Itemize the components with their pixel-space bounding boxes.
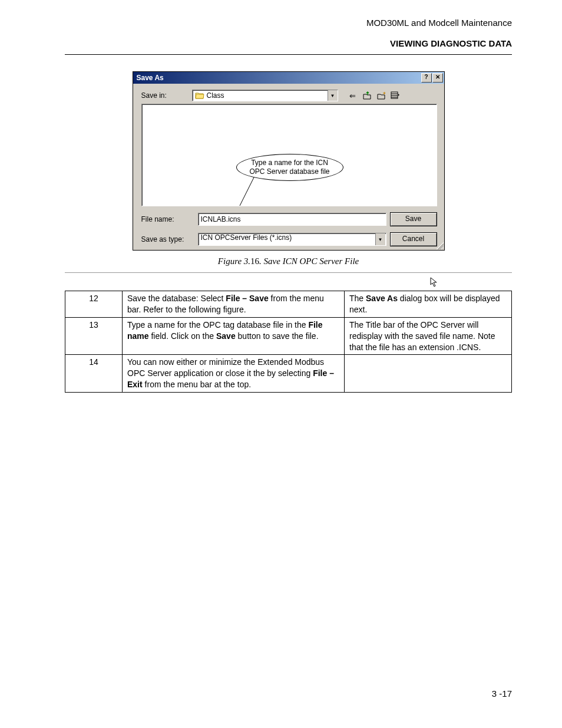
page-number: 3 -17 xyxy=(492,689,512,699)
step-action: You can now either or minimize the Exten… xyxy=(123,355,345,393)
table-row: 13Type a name for the OPC tag database f… xyxy=(65,317,512,355)
file-name-label: File name: xyxy=(141,215,187,223)
save-in-value: Class xyxy=(207,91,224,100)
steps-table: 12Save the database: Select File – Save … xyxy=(65,291,512,393)
step-result xyxy=(345,355,512,393)
figure-rule xyxy=(65,272,512,273)
titlebar: Save As ? ✕ xyxy=(133,72,444,84)
dropdown-icon[interactable]: ▼ xyxy=(375,233,385,245)
header-rule xyxy=(65,54,512,55)
save-as-type-combo[interactable]: ICN OPCServer Files (*.icns) ▼ xyxy=(198,233,386,246)
save-button[interactable]: Save xyxy=(390,212,437,226)
step-number: 14 xyxy=(65,355,123,393)
step-number: 12 xyxy=(65,291,123,318)
new-folder-icon[interactable]: ✶ xyxy=(376,90,386,101)
save-as-dialog: Save As ? ✕ Save in: xyxy=(133,71,445,251)
figure-caption: Figure 3.16. Save ICN OPC Server File xyxy=(65,256,512,266)
step-action: Save the database: Select File – Save fr… xyxy=(123,291,345,318)
step-number: 13 xyxy=(65,317,123,355)
close-button[interactable]: ✕ xyxy=(432,73,443,83)
callout-annotation: Type a name for the ICN OPC Server datab… xyxy=(236,154,343,181)
step-result: The Title bar of the OPC Server will red… xyxy=(345,317,512,355)
save-in-label: Save in: xyxy=(141,91,187,100)
table-row: 12Save the database: Select File – Save … xyxy=(65,291,512,318)
help-button[interactable]: ? xyxy=(421,73,432,83)
doc-title: MOD30ML and Modcell Maintenance xyxy=(65,18,512,28)
resize-grip-icon[interactable] xyxy=(434,240,444,249)
back-icon[interactable]: ⇐ xyxy=(348,90,358,101)
save-as-type-label: Save as type: xyxy=(141,235,187,243)
save-in-combo[interactable]: Class ▼ xyxy=(192,90,338,101)
step-action: Type a name for the OPC tag database fil… xyxy=(123,317,345,355)
views-icon[interactable] xyxy=(390,90,401,101)
cursor-icon xyxy=(430,277,438,289)
svg-text:✶: ✶ xyxy=(382,91,386,96)
up-one-level-icon[interactable] xyxy=(362,90,372,101)
cancel-button[interactable]: Cancel xyxy=(390,232,437,246)
table-row: 14You can now either or minimize the Ext… xyxy=(65,355,512,393)
dialog-title: Save As xyxy=(137,74,164,82)
save-as-type-value: ICN OPCServer Files (*.icns) xyxy=(201,233,292,242)
folder-icon xyxy=(195,91,204,100)
section-title: VIEWING DIAGNOSTIC DATA xyxy=(65,38,512,48)
file-name-input[interactable] xyxy=(198,213,386,226)
svg-line-5 xyxy=(240,177,254,206)
step-result: The Save As dialog box will be displayed… xyxy=(345,291,512,318)
dropdown-icon[interactable]: ▼ xyxy=(328,90,338,101)
file-list-area[interactable]: Type a name for the ICN OPC Server datab… xyxy=(141,104,437,206)
